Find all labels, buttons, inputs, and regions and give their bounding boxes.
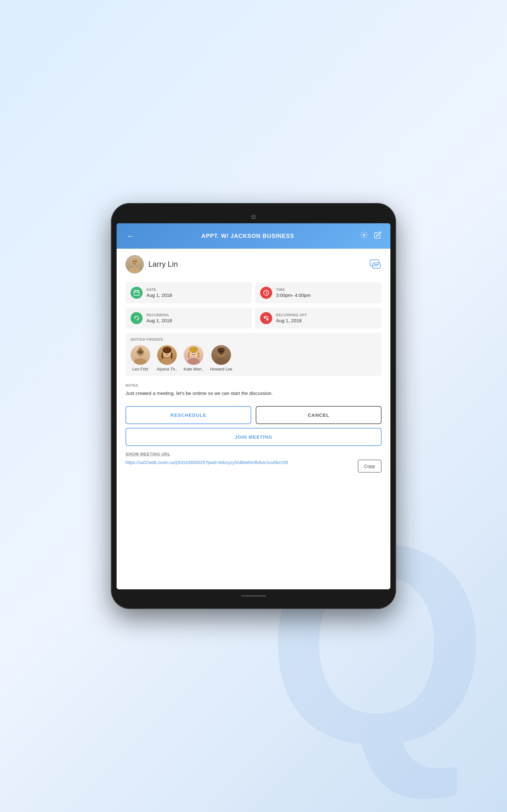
avatar bbox=[211, 345, 231, 365]
svg-point-20 bbox=[138, 351, 140, 353]
app-header: ← APPT. W/ JACKSON BUSINESS bbox=[117, 223, 390, 249]
action-buttons-row: RESCHEDULE CANCEL bbox=[125, 406, 382, 424]
home-bar bbox=[241, 595, 266, 597]
svg-point-37 bbox=[189, 347, 198, 352]
svg-point-32 bbox=[163, 347, 171, 351]
svg-point-46 bbox=[217, 348, 225, 352]
notes-text: Just created a meeting. let's be ontime … bbox=[125, 390, 382, 397]
tablet-camera bbox=[251, 215, 256, 219]
user-info: Larry Lin bbox=[125, 255, 178, 273]
list-item: Kate Morr.. bbox=[184, 345, 204, 371]
svg-point-5 bbox=[135, 261, 136, 262]
time-icon bbox=[260, 287, 272, 299]
header-title: APPT. W/ JACKSON BUSINESS bbox=[135, 233, 360, 240]
settings-icon[interactable] bbox=[360, 231, 368, 241]
tablet-shell: ← APPT. W/ JACKSON BUSINESS bbox=[111, 203, 396, 609]
date-label: DATE bbox=[147, 288, 172, 292]
time-text: TIME 3:00pm- 4:00pm bbox=[276, 288, 311, 298]
list-item: Alyana Th.. bbox=[157, 345, 177, 371]
notes-label: NOTES bbox=[125, 384, 382, 387]
avatar bbox=[157, 345, 177, 365]
recurring-off-text: RECURRING OFF Aug 1, 2018 bbox=[276, 313, 307, 323]
reschedule-button[interactable]: RESCHEDULE bbox=[125, 406, 251, 424]
cancel-button[interactable]: CANCEL bbox=[256, 406, 382, 424]
invited-friends-label: INVITED FRIENDS bbox=[130, 338, 377, 341]
friend-name: Howard Lee bbox=[210, 367, 232, 371]
meeting-url-text: https://us02web.zoom.us/j/83183655025?pw… bbox=[125, 460, 354, 466]
recurring-text: RECURRING Aug 1, 2018 bbox=[147, 313, 172, 323]
friend-name: Kate Morr.. bbox=[184, 367, 204, 371]
recurring-off-value: Aug 1, 2018 bbox=[276, 318, 307, 323]
user-row: Larry Lin bbox=[125, 255, 382, 276]
svg-rect-10 bbox=[134, 291, 139, 295]
url-row: https://us02web.zoom.us/j/83183655025?pw… bbox=[125, 460, 382, 473]
date-value: Aug 1, 2018 bbox=[147, 293, 172, 298]
time-value: 3:00pm- 4:00pm bbox=[276, 293, 311, 298]
recurring-off-card: RECURRING OFF Aug 1, 2018 bbox=[255, 308, 382, 328]
avatar bbox=[130, 345, 150, 365]
recurring-icon bbox=[130, 312, 143, 324]
list-item: Howard Lee bbox=[210, 345, 232, 371]
date-text: DATE Aug 1, 2018 bbox=[147, 288, 172, 298]
tablet-top-bar bbox=[117, 212, 390, 222]
edit-icon[interactable] bbox=[374, 231, 382, 241]
date-time-grid: DATE Aug 1, 2018 TIME 3:00pm- bbox=[125, 282, 382, 303]
svg-point-33 bbox=[187, 358, 200, 365]
friend-name: Leo Fritz bbox=[132, 367, 149, 371]
date-icon bbox=[130, 287, 143, 299]
invited-friends-section: INVITED FRIENDS bbox=[125, 333, 382, 376]
url-section: SHOW MEETING URL https://us02web.zoom.us… bbox=[125, 452, 382, 473]
svg-point-4 bbox=[133, 261, 134, 262]
svg-line-26 bbox=[137, 352, 137, 352]
list-item: Leo Fritz bbox=[130, 345, 150, 371]
date-card: DATE Aug 1, 2018 bbox=[125, 282, 252, 303]
svg-point-27 bbox=[161, 358, 173, 365]
avatar bbox=[125, 255, 144, 273]
user-name: Larry Lin bbox=[148, 260, 178, 269]
recurring-off-label: RECURRING OFF bbox=[276, 313, 307, 317]
notes-section: NOTES Just created a meeting. let's be o… bbox=[125, 380, 382, 400]
recurring-label: RECURRING bbox=[147, 313, 172, 317]
friends-row: Leo Fritz bbox=[130, 345, 377, 371]
recurring-card: RECURRING Aug 1, 2018 bbox=[125, 308, 252, 328]
svg-point-2 bbox=[129, 267, 140, 273]
back-button[interactable]: ← bbox=[125, 230, 135, 242]
copy-button[interactable]: Copy bbox=[358, 460, 382, 473]
svg-line-45 bbox=[218, 352, 218, 352]
recurring-value: Aug 1, 2018 bbox=[147, 318, 172, 323]
svg-point-38 bbox=[215, 358, 228, 365]
svg-point-3 bbox=[131, 258, 138, 265]
svg-point-0 bbox=[363, 234, 365, 236]
chat-icon[interactable] bbox=[369, 258, 382, 270]
show-meeting-url-label[interactable]: SHOW MEETING URL bbox=[125, 452, 382, 456]
svg-point-19 bbox=[134, 358, 147, 365]
avatar bbox=[184, 345, 204, 365]
tablet-bottom-bar bbox=[241, 591, 266, 600]
recurring-grid: RECURRING Aug 1, 2018 RECURRING OFF bbox=[125, 308, 382, 328]
app-content: Larry Lin bbox=[117, 249, 390, 589]
svg-line-16 bbox=[266, 293, 268, 294]
join-meeting-button[interactable]: JOIN MEETING bbox=[125, 428, 382, 446]
time-label: TIME bbox=[276, 288, 311, 292]
friend-name: Alyana Th.. bbox=[157, 367, 177, 371]
recurring-off-icon bbox=[260, 312, 272, 324]
header-actions bbox=[360, 231, 382, 241]
time-card: TIME 3:00pm- 4:00pm bbox=[255, 282, 382, 303]
tablet-screen: ← APPT. W/ JACKSON BUSINESS bbox=[117, 223, 390, 589]
